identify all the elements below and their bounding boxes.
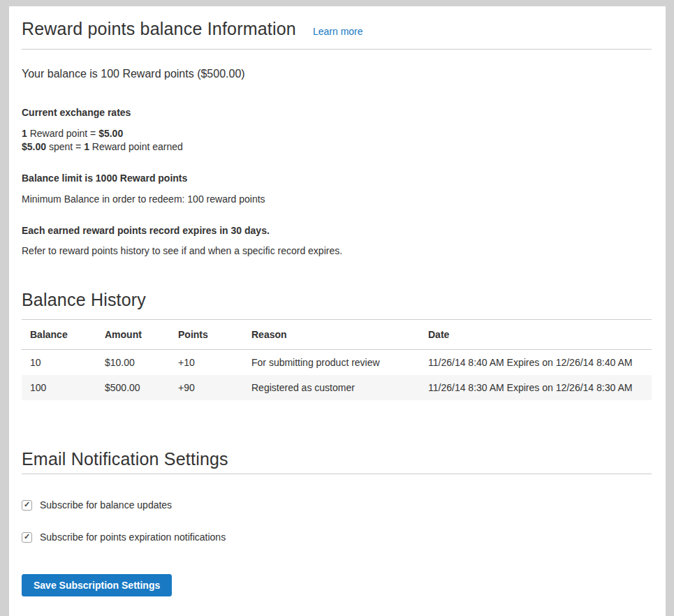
subscribe-balance-updates-checkbox[interactable]: ✓ <box>22 500 32 511</box>
exchange-rate-line-1: 1 Reward point = $5.00 <box>22 127 652 140</box>
rate1-points-value: 1 <box>22 128 27 139</box>
cell-amount: $500.00 <box>96 375 170 400</box>
minimum-balance-text: Minimum Balance in order to redeem: 100 … <box>22 193 652 205</box>
email-settings-header: Email Notification Settings <box>22 449 652 474</box>
rate1-amount-value: $5.00 <box>98 128 123 139</box>
subscribe-balance-updates-option: ✓ Subscribe for balance updates <box>22 499 652 511</box>
subscribe-expiration-notifications-option: ✓ Subscribe for points expiration notifi… <box>22 531 652 543</box>
rate2-amount-value: $5.00 <box>22 141 46 152</box>
cell-date: 11/26/14 8:40 AM Expires on 12/26/14 8:4… <box>420 350 652 376</box>
balance-summary: Your balance is 100 Reward points ($500.… <box>22 68 652 80</box>
expiration-note: Refer to reward points history to see if… <box>22 245 652 256</box>
subscribe-expiration-notifications-label: Subscribe for points expiration notifica… <box>40 531 226 543</box>
exchange-rates-heading: Current exchange rates <box>22 107 652 118</box>
save-subscription-settings-button[interactable]: Save Subscription Settings <box>22 574 172 596</box>
rate2-text: spent = <box>46 141 84 152</box>
email-settings-title: Email Notification Settings <box>22 449 652 469</box>
column-header-points: Points <box>170 320 243 350</box>
cell-date: 11/26/14 8:30 AM Expires on 12/26/14 8:3… <box>420 375 652 400</box>
cell-points: +10 <box>170 350 243 376</box>
cell-points: +90 <box>170 375 243 400</box>
balance-history-title: Balance History <box>22 290 652 310</box>
rate2-points-value: 1 <box>84 141 89 152</box>
column-header-reason: Reason <box>243 320 420 350</box>
learn-more-link[interactable]: Learn more <box>313 26 363 37</box>
exchange-rate-line-2: $5.00 spent = 1 Reward point earned <box>22 140 652 154</box>
column-header-balance: Balance <box>22 320 96 350</box>
exchange-rates: 1 Reward point = $5.00 $5.00 spent = 1 R… <box>22 127 652 154</box>
rate2-text-end: Reward point earned <box>89 141 183 152</box>
checkmark-icon: ✓ <box>24 501 30 508</box>
expiration-heading: Each earned reward points record expires… <box>22 225 652 236</box>
column-header-amount: Amount <box>96 320 170 350</box>
reward-points-panel: Reward points balance Information Learn … <box>9 6 666 616</box>
balance-history-table: Balance Amount Points Reason Date 10 $10… <box>22 319 652 400</box>
balance-limit-text: Balance limit is 1000 Reward points <box>22 173 652 184</box>
cell-amount: $10.00 <box>96 350 170 376</box>
table-row: 10 $10.00 +10 For submitting product rev… <box>22 350 652 376</box>
checkmark-icon: ✓ <box>24 533 30 541</box>
column-header-date: Date <box>420 320 652 350</box>
cell-balance: 10 <box>22 350 96 376</box>
subscribe-expiration-notifications-checkbox[interactable]: ✓ <box>22 532 32 543</box>
page-title: Reward points balance Information <box>22 19 296 39</box>
page-header: Reward points balance Information Learn … <box>22 19 652 50</box>
subscribe-balance-updates-label: Subscribe for balance updates <box>40 499 172 511</box>
rate1-text: Reward point = <box>27 128 98 139</box>
cell-balance: 100 <box>22 375 96 400</box>
table-header-row: Balance Amount Points Reason Date <box>22 320 652 350</box>
cell-reason: Registered as customer <box>243 375 420 400</box>
cell-reason: For submitting product review <box>243 350 420 376</box>
table-row: 100 $500.00 +90 Registered as customer 1… <box>22 375 652 400</box>
